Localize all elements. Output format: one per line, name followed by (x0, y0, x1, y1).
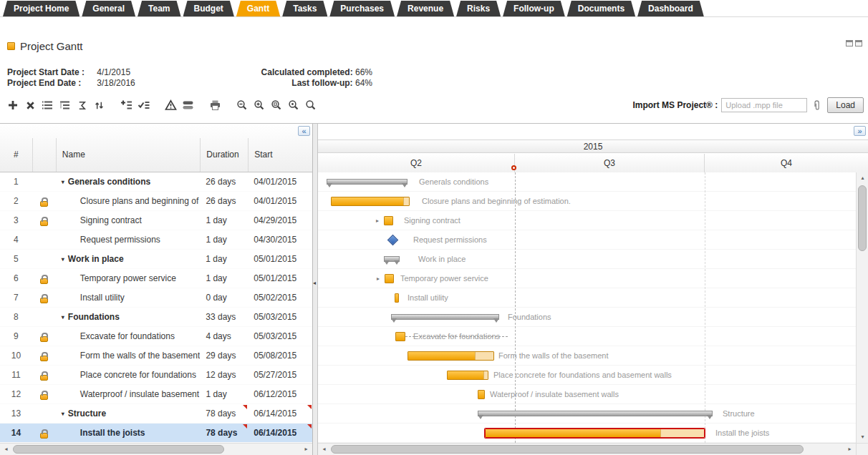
task-name-cell[interactable]: Place concrete for foundations (56, 366, 201, 385)
table-row[interactable]: 10Form the walls of the basement29 days0… (0, 346, 312, 366)
task-name: Foundations (68, 312, 120, 322)
delete-task-button[interactable] (21, 97, 39, 113)
gantt-summary-bar[interactable] (478, 411, 713, 416)
gantt-task-bar[interactable] (408, 351, 494, 361)
window-popout-icon[interactable] (855, 40, 862, 47)
gantt-vertical-scrollbar[interactable] (856, 172, 868, 443)
tab-tasks[interactable]: Tasks (282, 1, 327, 16)
collapse-left-panel-button[interactable] (298, 126, 310, 136)
gantt-task-bar[interactable] (478, 390, 485, 399)
table-row[interactable]: 9Excavate for foundations4 days05/03/201… (0, 327, 312, 346)
task-name-cell[interactable]: ▾Foundations (56, 308, 201, 327)
table-row[interactable]: 6Temporary power service1 day05/01/2015 (0, 269, 312, 288)
column-header-name[interactable]: Name (56, 138, 201, 172)
scrollbar-thumb[interactable] (13, 445, 224, 454)
task-name-cell[interactable]: Temporary power service (56, 269, 201, 288)
tab-team[interactable]: Team (138, 1, 180, 16)
tab-documents[interactable]: Documents (567, 1, 635, 16)
task-name-cell[interactable]: Install utility (56, 288, 201, 308)
add-subtask-button[interactable] (117, 97, 135, 113)
zoom-all-button[interactable] (302, 97, 319, 113)
sum-button[interactable] (73, 97, 90, 113)
task-name-cell[interactable]: Request permissions (56, 230, 201, 250)
today-marker[interactable] (511, 165, 516, 170)
outline-list-button[interactable] (39, 97, 56, 113)
collapse-arrow-icon[interactable]: ▾ (62, 256, 64, 263)
collapse-arrow-icon[interactable]: ▾ (62, 314, 64, 321)
gantt-task-bar[interactable] (331, 197, 410, 206)
scrollbar-thumb[interactable] (858, 185, 867, 251)
zoom-fit-icon (271, 99, 282, 111)
gantt-task-bar[interactable] (384, 216, 393, 225)
task-name-cell[interactable]: Form the walls of the basement (56, 346, 201, 366)
column-header-duration[interactable]: Duration (200, 138, 248, 172)
zoom-out-button[interactable] (233, 97, 251, 113)
row-icon-cell (32, 288, 56, 308)
tab-budget[interactable]: Budget (183, 1, 234, 16)
tab-risks[interactable]: Risks (456, 1, 501, 16)
tab-general[interactable]: General (82, 1, 135, 16)
attach-button[interactable] (811, 97, 824, 113)
task-name-cell[interactable]: Install the joists (56, 424, 201, 443)
table-row[interactable]: 3Signing contract1 day04/29/2015 (0, 211, 312, 230)
zoom-fit-button[interactable] (268, 97, 285, 113)
gantt-task-bar[interactable] (385, 274, 394, 283)
table-row[interactable]: 1▾Generals conditions26 days04/01/2015 (0, 172, 312, 192)
scrollbar-thumb[interactable] (331, 445, 804, 454)
tab-gantt[interactable]: Gantt (236, 1, 280, 16)
zoom-in-button[interactable] (251, 97, 268, 113)
scroll-down-icon[interactable] (857, 431, 868, 443)
expand-right-panel-button[interactable] (854, 126, 866, 136)
baselines-button[interactable] (179, 97, 196, 113)
column-header-start[interactable]: Start (248, 138, 312, 172)
task-name-cell[interactable]: Waterproof / insulate basement (56, 385, 201, 404)
window-restore-icon[interactable] (846, 40, 853, 47)
gantt-task-bar[interactable] (395, 293, 399, 303)
collapse-arrow-icon[interactable]: ▾ (62, 411, 64, 417)
tab-project-home[interactable]: Project Home (3, 1, 79, 16)
tab-purchases[interactable]: Purchases (329, 1, 395, 16)
gantt-task-bar[interactable] (485, 429, 705, 438)
table-row[interactable]: 8▾Foundations33 days05/03/2015 (0, 308, 312, 327)
table-row[interactable]: 14Install the joists78 days06/14/2015 (0, 424, 312, 443)
table-row[interactable]: 12Waterproof / insulate basement1 day06/… (0, 385, 312, 404)
gantt-summary-bar[interactable] (384, 256, 400, 262)
table-row[interactable]: 2Closure plans and beginning of26 days04… (0, 192, 312, 211)
task-name-cell[interactable]: ▾Work in place (56, 250, 201, 269)
warnings-button[interactable] (162, 97, 179, 113)
task-name-cell[interactable]: ▾Structure (56, 404, 201, 424)
table-row[interactable]: 7Install utility0 day05/02/2015 (0, 288, 312, 308)
print-button[interactable] (206, 97, 223, 113)
move-up-down-button[interactable] (90, 97, 107, 113)
task-name-cell[interactable]: Excavate for foundations (56, 327, 201, 346)
panel-splitter[interactable] (313, 124, 318, 455)
tab-revenue[interactable]: Revenue (397, 1, 454, 16)
load-button[interactable]: Load (827, 97, 864, 113)
gantt-summary-bar[interactable] (391, 314, 499, 320)
task-name-cell[interactable]: Closure plans and beginning of (56, 192, 201, 211)
gantt-summary-bar[interactable] (327, 179, 408, 185)
collapse-all-button[interactable] (56, 97, 73, 113)
gantt-horizontal-scrollbar[interactable] (318, 443, 856, 455)
table-row[interactable]: 11Place concrete for foundations12 days0… (0, 366, 312, 385)
tab-follow-up[interactable]: Follow-up (503, 1, 565, 16)
table-row[interactable]: 5▾Work in place1 day05/01/2015 (0, 250, 312, 269)
gantt-task-bar[interactable] (395, 332, 405, 341)
checklist-button[interactable] (135, 97, 152, 113)
table-row[interactable]: 4Request permissions1 day04/30/2015 (0, 230, 312, 250)
scroll-up-icon[interactable] (857, 172, 868, 184)
task-name-cell[interactable]: ▾Generals conditions (56, 172, 201, 192)
gantt-task-bar[interactable] (447, 371, 488, 380)
scroll-right-icon[interactable] (844, 444, 856, 455)
left-horizontal-scrollbar[interactable] (0, 443, 312, 455)
zoom-selection-button[interactable] (285, 97, 302, 113)
scroll-right-icon[interactable] (300, 444, 312, 455)
scroll-left-icon[interactable] (0, 444, 12, 455)
mpp-file-input[interactable] (721, 98, 807, 112)
collapse-arrow-icon[interactable]: ▾ (62, 179, 64, 185)
task-name-cell[interactable]: Signing contract (56, 211, 201, 230)
add-task-button[interactable] (4, 97, 21, 113)
scroll-left-icon[interactable] (318, 444, 330, 455)
tab-dashboard[interactable]: Dashboard (637, 1, 704, 16)
table-row[interactable]: 13▾Structure78 days06/14/2015 (0, 404, 312, 424)
